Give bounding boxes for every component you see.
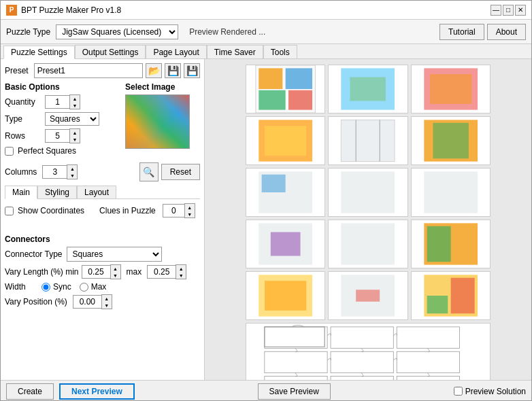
sync-radio[interactable] xyxy=(41,283,50,292)
show-coordinates-checkbox[interactable] xyxy=(5,207,14,215)
close-btn[interactable]: ✕ xyxy=(515,5,526,16)
svg-rect-30 xyxy=(450,278,474,314)
sub-tab-main[interactable]: Main xyxy=(5,186,37,199)
type-select[interactable]: Squares Circles Hexagons xyxy=(45,112,99,126)
piece-svg-8 xyxy=(329,169,407,216)
quantity-input[interactable] xyxy=(45,95,69,109)
svg-rect-32 xyxy=(265,327,325,347)
tab-page-layout[interactable]: Page Layout xyxy=(146,45,206,58)
left-panel: Preset 📂 💾 💾 Basic Options Quantity xyxy=(1,59,205,380)
piece-svg-4 xyxy=(246,117,325,164)
vary-min-spinner[interactable]: ▲ ▼ xyxy=(82,264,121,279)
piece-svg-5 xyxy=(329,117,407,164)
svg-rect-18 xyxy=(342,171,395,213)
rows-up-btn[interactable]: ▲ xyxy=(70,129,80,136)
max-radio-item[interactable]: Max xyxy=(80,282,107,292)
max-radio[interactable] xyxy=(80,283,88,292)
main-layout: Preset 📂 💾 💾 Basic Options Quantity xyxy=(1,59,531,380)
svg-rect-36 xyxy=(265,351,327,372)
preview-solution-checkbox[interactable] xyxy=(454,387,463,396)
vary-min-input[interactable] xyxy=(82,265,110,279)
vary-pos-spinner[interactable]: ▲ ▼ xyxy=(73,294,112,309)
puzzle-piece-3 xyxy=(411,65,491,114)
tab-output-settings[interactable]: Output Settings xyxy=(75,45,146,58)
puzzle-piece-8 xyxy=(328,168,408,217)
sub-tab-layout[interactable]: Layout xyxy=(77,186,116,198)
puzzle-piece-5 xyxy=(328,116,408,165)
vary-pos-up-btn[interactable]: ▲ xyxy=(102,295,112,302)
rows-input[interactable] xyxy=(45,129,69,143)
maximize-btn[interactable]: □ xyxy=(503,5,514,16)
rows-spinner[interactable]: ▲ ▼ xyxy=(45,128,80,143)
clues-up-btn[interactable]: ▲ xyxy=(185,204,195,211)
quantity-up-btn[interactable]: ▲ xyxy=(70,95,80,102)
svg-rect-24 xyxy=(427,226,450,262)
puzzle-piece-15 xyxy=(411,271,491,320)
clues-input[interactable] xyxy=(163,204,184,217)
vary-min-up-btn[interactable]: ▲ xyxy=(111,265,120,272)
vary-max-input[interactable] xyxy=(147,265,176,279)
columns-down-btn[interactable]: ▼ xyxy=(67,172,77,179)
preset-label: Preset xyxy=(5,66,29,75)
svg-rect-35 xyxy=(397,327,459,348)
preset-save-btn[interactable]: 💾 xyxy=(165,63,181,78)
tutorial-btn[interactable]: Tutorial xyxy=(439,24,484,40)
tab-puzzle-settings[interactable]: Puzzle Settings xyxy=(3,46,75,59)
vary-max-spinner[interactable]: ▲ ▼ xyxy=(147,264,186,279)
minimize-btn[interactable]: — xyxy=(491,5,501,16)
columns-up-btn[interactable]: ▲ xyxy=(67,165,77,172)
vary-min-down-btn[interactable]: ▼ xyxy=(111,272,120,279)
clues-spinner[interactable]: ▲ ▼ xyxy=(163,203,195,218)
svg-rect-4 xyxy=(288,90,312,110)
puzzle-type-select[interactable]: JigSaw Squares (Licensed) xyxy=(56,24,178,39)
quantity-label: Quantity xyxy=(5,97,42,107)
preview-solution-text: Preview Solution xyxy=(465,387,526,396)
connector-type-select[interactable]: Squares Rounded Pointed xyxy=(67,247,162,262)
about-btn[interactable]: About xyxy=(487,24,526,40)
preview-solution-label[interactable]: Preview Solution xyxy=(454,387,526,396)
puzzle-piece-7 xyxy=(246,168,325,217)
piece-svg-12 xyxy=(412,220,490,268)
columns-input[interactable] xyxy=(42,165,67,179)
folder-icon: 📂 xyxy=(148,65,160,76)
select-image-title: Select Image xyxy=(125,82,200,92)
sync-radio-item[interactable]: Sync xyxy=(41,282,71,292)
save-preview-btn[interactable]: Save Preview xyxy=(258,383,331,400)
window-controls: — □ ✕ xyxy=(491,5,526,16)
preset-input[interactable] xyxy=(34,63,143,78)
create-btn[interactable]: Create xyxy=(6,383,54,400)
piece-svg-14 xyxy=(329,272,407,319)
svg-rect-2 xyxy=(286,68,312,89)
puzzle-piece-13 xyxy=(246,271,325,320)
preset-saveas-btn[interactable]: 💾 xyxy=(184,63,200,78)
toolbar: Puzzle Type JigSaw Squares (Licensed) Pr… xyxy=(1,20,531,44)
tab-time-saver[interactable]: Time Saver xyxy=(207,45,263,58)
vary-pos-input[interactable] xyxy=(73,295,101,309)
sub-tab-styling[interactable]: Styling xyxy=(37,186,77,198)
vary-length-label: Vary Length (%) min xyxy=(5,267,79,277)
app-title: BPT Puzzle Maker Pro v1.8 xyxy=(21,5,491,15)
reset-btn[interactable]: Reset xyxy=(161,164,200,180)
quantity-spinner[interactable]: ▲ ▼ xyxy=(45,94,80,109)
sub-tabs: Main Styling Layout xyxy=(5,186,200,199)
next-preview-btn[interactable]: Next Preview xyxy=(59,383,135,400)
vary-pos-down-btn[interactable]: ▼ xyxy=(102,302,112,309)
tab-tools[interactable]: Tools xyxy=(263,45,297,58)
puzzle-piece-9 xyxy=(411,168,491,217)
vary-max-down-btn[interactable]: ▼ xyxy=(176,272,186,279)
columns-spinner[interactable]: ▲ ▼ xyxy=(42,164,78,179)
svg-rect-8 xyxy=(430,74,471,104)
vary-max-up-btn[interactable]: ▲ xyxy=(176,265,186,272)
puzzle-piece-1 xyxy=(246,65,325,114)
rows-down-btn[interactable]: ▼ xyxy=(70,136,80,143)
image-thumbnail[interactable] xyxy=(125,94,190,149)
preset-open-btn[interactable]: 📂 xyxy=(146,63,162,78)
vary-max-label: max xyxy=(127,267,142,277)
max-label: Max xyxy=(91,282,107,292)
perfect-squares-checkbox[interactable] xyxy=(5,147,14,156)
piece-svg-15 xyxy=(412,272,490,319)
search-image-btn[interactable]: 🔍 xyxy=(139,162,159,181)
clues-down-btn[interactable]: ▼ xyxy=(185,211,195,217)
vary-max-btns: ▲ ▼ xyxy=(176,264,186,279)
quantity-down-btn[interactable]: ▼ xyxy=(70,102,80,109)
